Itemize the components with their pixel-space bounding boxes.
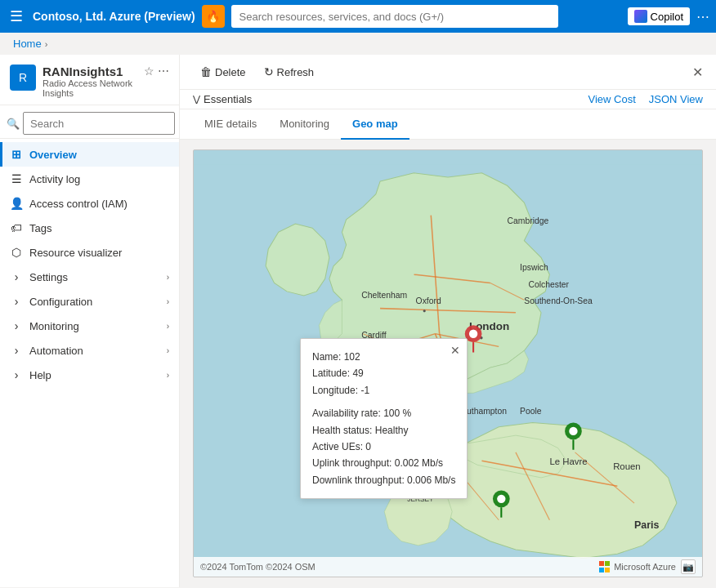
popup-longitude-line: Longitude: -1 — [312, 382, 455, 399]
svg-text:Cheltenham: Cheltenham — [361, 291, 407, 300]
sidebar-item-access-control-label: Access control (IAM) — [29, 198, 128, 210]
sidebar-item-configuration[interactable]: › Configuration › — [0, 289, 179, 314]
refresh-button[interactable]: ↻ Refresh — [257, 61, 322, 82]
topbar-right: Copilot ⋯ — [628, 7, 709, 25]
access-control-icon: 👤 — [10, 197, 23, 210]
copilot-button[interactable]: Copilot — [628, 7, 690, 25]
popup-name-value: 102 — [344, 351, 360, 363]
sidebar-item-tags-label: Tags — [29, 222, 51, 234]
popup-uplink-value: 0.002 Mb/s — [395, 457, 443, 469]
essentials-bar: ⋁ Essentials View Cost JSON View — [180, 90, 716, 109]
favorite-star-button[interactable]: ☆ — [144, 65, 154, 78]
configuration-expand-icon: › — [167, 297, 169, 306]
resource-more-button[interactable]: ⋯ — [158, 65, 169, 78]
popup-availability-label: Availability rate: — [312, 408, 381, 419]
view-cost-button[interactable]: View Cost — [588, 93, 635, 105]
popup-active-ues-value: 0 — [365, 441, 371, 452]
svg-text:Ipswich: Ipswich — [520, 263, 548, 272]
sidebar-search-input[interactable] — [23, 112, 175, 135]
tags-icon: 🏷 — [10, 221, 23, 234]
refresh-icon: ↻ — [264, 65, 274, 78]
monitoring-icon: › — [10, 319, 23, 332]
popup-availability-value: 100 % — [383, 408, 411, 419]
ms-azure-logo: Microsoft Azure — [599, 561, 676, 572]
delete-label: Delete — [215, 66, 246, 78]
essentials-toggle[interactable]: ⋁ Essentials — [193, 93, 252, 105]
sidebar-item-settings[interactable]: › Settings › — [0, 265, 179, 289]
tab-monitoring[interactable]: Monitoring — [268, 109, 341, 140]
main-content: 🗑 Delete ↻ Refresh ✕ ⋁ Essentials View C… — [180, 55, 716, 587]
svg-text:Paris: Paris — [634, 519, 660, 531]
sidebar-item-tags[interactable]: 🏷 Tags — [0, 216, 179, 240]
topbar-app-icon: 🔥 — [202, 5, 225, 28]
svg-text:Oxford: Oxford — [416, 296, 441, 305]
sidebar-item-activity-log[interactable]: ☰ Activity log — [0, 167, 179, 191]
delete-button[interactable]: 🗑 Delete — [193, 61, 253, 82]
popup-latitude-label: Latitude: — [312, 368, 350, 379]
automation-icon: › — [10, 344, 23, 357]
sidebar-item-help[interactable]: › Help › — [0, 363, 179, 387]
brand-label: Contoso, Ltd. Azure (Preview) — [33, 10, 195, 23]
sidebar-item-automation-label: Automation — [29, 345, 83, 357]
breadcrumb-home[interactable]: Home — [13, 38, 42, 50]
sidebar-item-resource-visualizer[interactable]: ⬡ Resource visualizer — [0, 240, 179, 265]
help-icon: › — [10, 368, 23, 381]
tabs-bar: MIE details Monitoring Geo map — [180, 109, 716, 140]
help-expand-icon: › — [167, 371, 169, 380]
sidebar-item-monitoring[interactable]: › Monitoring › — [0, 314, 179, 338]
topbar-more-icon[interactable]: ⋯ — [696, 9, 709, 24]
delete-icon: 🗑 — [200, 65, 212, 78]
popup-health-value: Healthy — [375, 425, 409, 436]
tab-geo-map[interactable]: Geo map — [341, 109, 409, 140]
resource-name: RANInsights1 — [43, 65, 137, 78]
topbar-search-input[interactable] — [231, 5, 558, 28]
popup-latitude-line: Latitude: 49 — [312, 365, 455, 381]
popup-downlink-line: Downlink throughput: 0.006 Mb/s — [312, 472, 455, 488]
map-container: London ● Oxford ● Cheltenham Cardiff Bri… — [180, 140, 716, 587]
sidebar-item-overview[interactable]: ⊞ Overview — [0, 142, 179, 167]
camera-icon[interactable]: 📷 — [681, 559, 696, 574]
map-footer-right: Microsoft Azure 📷 — [599, 559, 696, 574]
popup-longitude-value: -1 — [360, 385, 369, 396]
map-popup: ✕ Name: 102 Latitude: 49 Longitude: -1 — [300, 338, 468, 499]
svg-text:Southend-On-Sea: Southend-On-Sea — [524, 296, 593, 305]
resource-subtitle: Radio Access Network Insights — [43, 78, 137, 98]
breadcrumb: Home › — [0, 33, 716, 55]
json-view-button[interactable]: JSON View — [649, 93, 703, 105]
overview-icon: ⊞ — [10, 148, 23, 161]
map-footer: ©2024 TomTom ©2024 OSM Microsoft Azure — [194, 557, 702, 577]
popup-name-label: Name: — [312, 351, 341, 363]
copilot-icon — [634, 10, 647, 23]
activity-log-icon: ☰ — [10, 172, 23, 185]
popup-uplink-label: Uplink throughput: — [312, 457, 392, 469]
essentials-chevron-icon: ⋁ — [193, 94, 200, 105]
tab-mie-details[interactable]: MIE details — [193, 109, 268, 140]
sidebar: R RANInsights1 Radio Access Network Insi… — [0, 55, 180, 587]
svg-text:Le Havre: Le Havre — [549, 457, 587, 466]
sidebar-item-resource-visualizer-label: Resource visualizer — [29, 247, 122, 259]
configuration-icon: › — [10, 295, 23, 308]
settings-expand-icon: › — [167, 273, 169, 282]
popup-close-button[interactable]: ✕ — [450, 344, 460, 357]
svg-text:Poole: Poole — [520, 407, 542, 416]
popup-longitude-label: Longitude: — [312, 385, 358, 396]
popup-active-ues-line: Active UEs: 0 — [312, 439, 455, 455]
copilot-label: Copilot — [651, 11, 683, 23]
popup-downlink-label: Downlink throughput: — [312, 474, 405, 486]
ms-squares-icon — [599, 561, 611, 572]
popup-uplink-line: Uplink throughput: 0.002 Mb/s — [312, 455, 455, 471]
sidebar-item-configuration-label: Configuration — [29, 296, 92, 308]
sidebar-item-automation[interactable]: › Automation › — [0, 338, 179, 363]
svg-text:●: ● — [423, 307, 426, 314]
sidebar-search-area: 🔍 ≡ ❮ — [0, 105, 179, 139]
sidebar-item-overview-label: Overview — [29, 149, 77, 161]
layout: R RANInsights1 Radio Access Network Insi… — [0, 55, 716, 587]
map-wrapper[interactable]: London ● Oxford ● Cheltenham Cardiff Bri… — [193, 149, 703, 577]
hamburger-icon[interactable]: ☰ — [7, 4, 26, 29]
sidebar-item-activity-log-label: Activity log — [29, 173, 80, 185]
close-button[interactable]: ✕ — [692, 65, 703, 80]
sidebar-item-help-label: Help — [29, 369, 51, 381]
monitoring-expand-icon: › — [167, 322, 169, 331]
sidebar-item-access-control[interactable]: 👤 Access control (IAM) — [0, 191, 179, 216]
resource-header: R RANInsights1 Radio Access Network Insi… — [0, 55, 179, 105]
